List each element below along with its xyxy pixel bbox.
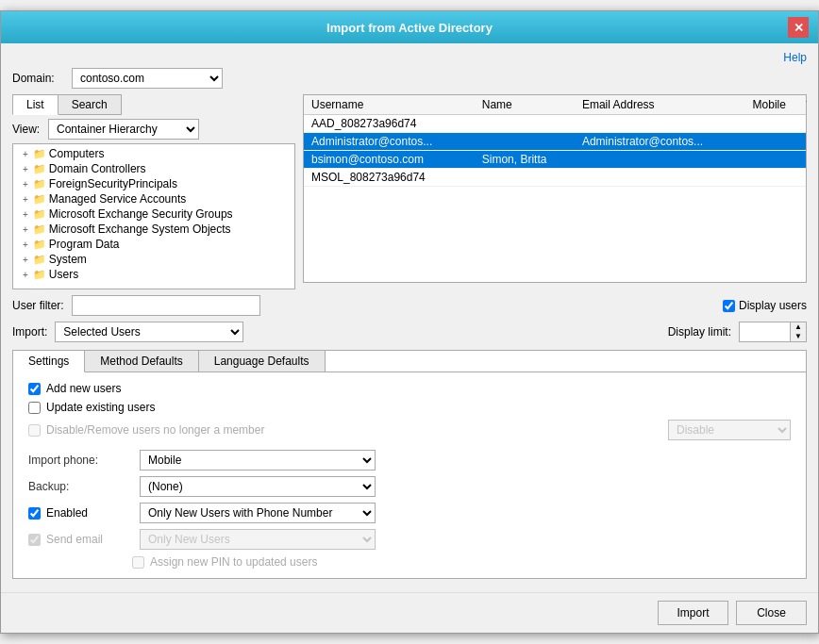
col-username: Username: [304, 95, 475, 115]
enabled-select[interactable]: Only New Users with Phone Number: [140, 503, 376, 523]
assign-pin-checkbox[interactable]: [132, 556, 144, 569]
cell-email: Administrator@contos...: [575, 133, 745, 151]
help-link[interactable]: Help: [12, 51, 807, 64]
backup-label: Backup:: [28, 480, 132, 493]
backup-select[interactable]: (None): [140, 476, 376, 497]
update-existing-label: Update existing users: [46, 401, 155, 414]
display-limit-input[interactable]: 1000: [739, 322, 791, 342]
filter-label: User filter:: [12, 299, 64, 312]
tab-settings[interactable]: Settings: [13, 351, 85, 372]
dialog-title: Import from Active Directory: [31, 21, 788, 35]
cell-username: AAD_808273a96d74: [304, 115, 475, 133]
domain-label: Domain:: [12, 72, 64, 85]
col-email: Email Address: [575, 95, 745, 115]
send-email-select: Only New Users: [140, 529, 376, 550]
dialog: Import from Active Directory ✕ Help Doma…: [0, 10, 819, 634]
expand-icon: +: [23, 194, 28, 205]
expand-icon: +: [23, 209, 28, 220]
user-table-container[interactable]: Username Name Email Address Mobile AAD_8…: [303, 94, 807, 283]
tree-item-system[interactable]: + 📁 System: [15, 252, 292, 267]
settings-tabs: Settings Method Defaults Language Defaul…: [13, 351, 806, 372]
update-existing-row: Update existing users: [28, 401, 791, 414]
cell-name: [475, 133, 575, 151]
display-users-row: Display users: [723, 299, 807, 312]
import-phone-label: Import phone:: [28, 454, 132, 467]
cell-name: [475, 115, 575, 133]
assign-pin-label: Assign new PIN to updated users: [150, 555, 317, 569]
tree-item-ms-exchange-security[interactable]: + 📁 Microsoft Exchange Security Groups: [15, 206, 292, 222]
tree-item-users[interactable]: + 📁 Users: [15, 267, 292, 282]
cell-email: [575, 115, 745, 133]
cell-username: MSOL_808273a96d74: [304, 169, 475, 187]
domain-row: Domain: contoso.com: [12, 68, 807, 89]
expand-icon: +: [23, 164, 28, 174]
close-dialog-button[interactable]: Close: [736, 601, 807, 625]
close-button[interactable]: ✕: [788, 17, 809, 38]
spinner-down-button[interactable]: ▼: [791, 332, 806, 341]
tree-item-program-data[interactable]: + 📁 Program Data: [15, 237, 292, 252]
import-phone-select[interactable]: Mobile: [140, 450, 376, 471]
tree-item-ms-exchange-system[interactable]: + 📁 Microsoft Exchange System Objects: [15, 222, 292, 237]
enabled-checkbox[interactable]: [28, 507, 41, 520]
disable-action-select: Disable: [668, 420, 791, 440]
col-mobile: Mobile: [745, 95, 806, 115]
cell-mobile: [745, 133, 806, 151]
col-name: Name: [475, 95, 575, 115]
cell-name: [475, 169, 575, 187]
cell-mobile: [745, 115, 806, 133]
tree-item-computers[interactable]: + 📁 Computers: [15, 146, 292, 161]
view-select[interactable]: Container Hierarchy: [48, 119, 199, 140]
tree-container[interactable]: + 📁 Computers + 📁 Domain Controllers + 📁…: [12, 143, 295, 289]
title-bar: Import from Active Directory ✕: [1, 11, 818, 43]
tab-list[interactable]: List: [12, 94, 58, 115]
add-new-users-label: Add new users: [46, 382, 121, 395]
table-row[interactable]: MSOL_808273a96d74: [304, 169, 806, 187]
import-button[interactable]: Import: [658, 601, 728, 625]
cell-email: [575, 169, 745, 187]
tree-item-managed-service[interactable]: + 📁 Managed Service Accounts: [15, 191, 292, 206]
list-search-tabs: List Search: [12, 94, 295, 115]
table-row[interactable]: Administrator@contos... Administrator@co…: [304, 133, 806, 151]
cell-mobile: [745, 169, 806, 187]
send-email-row: Send email Only New Users: [28, 529, 791, 550]
send-email-checkbox[interactable]: [28, 534, 41, 546]
expand-icon: +: [23, 270, 28, 280]
add-new-users-row: Add new users: [28, 382, 791, 395]
expand-icon: +: [23, 255, 28, 265]
filter-input[interactable]: [72, 295, 260, 316]
view-label: View:: [12, 123, 41, 136]
tab-language-defaults[interactable]: Language Defaults: [199, 351, 326, 372]
enabled-label: Enabled: [46, 506, 88, 520]
enabled-row: Enabled Only New Users with Phone Number: [28, 503, 791, 523]
domain-select[interactable]: contoso.com: [72, 68, 223, 89]
add-new-users-checkbox[interactable]: [28, 383, 41, 395]
send-email-label: Send email: [46, 533, 103, 546]
disable-remove-checkbox[interactable]: [28, 424, 41, 437]
view-row: View: Container Hierarchy: [12, 119, 295, 140]
table-row[interactable]: bsimon@contoso.com Simon, Britta: [304, 151, 806, 169]
spinner-up-button[interactable]: ▲: [791, 322, 806, 332]
settings-area: Settings Method Defaults Language Defaul…: [12, 350, 807, 579]
tree-item-domain-controllers[interactable]: + 📁 Domain Controllers: [15, 161, 292, 176]
cell-username: Administrator@contos...: [304, 133, 475, 151]
cell-name: Simon, Britta: [475, 151, 575, 169]
expand-icon: +: [23, 239, 28, 250]
settings-content: Add new users Update existing users Disa…: [13, 372, 806, 578]
disable-remove-label: Disable/Remove users no longer a member: [46, 423, 264, 437]
cell-mobile: [745, 151, 806, 169]
tab-search[interactable]: Search: [58, 94, 122, 115]
right-panel: 4 Username Name Email Address Mobile: [303, 94, 807, 289]
display-users-checkbox[interactable]: [723, 300, 735, 312]
expand-icon: +: [23, 179, 28, 190]
left-panel: List Search View: Container Hierarchy + …: [12, 94, 295, 289]
import-select[interactable]: Selected Users All Users Filtered Users: [55, 322, 243, 342]
import-phone-row: Import phone: Mobile: [28, 450, 791, 471]
display-limit-label: Display limit:: [668, 325, 731, 339]
dialog-footer: Import Close: [1, 592, 818, 633]
cell-username: bsimon@contoso.com: [304, 151, 475, 169]
expand-icon: +: [23, 149, 28, 159]
tab-method-defaults[interactable]: Method Defaults: [85, 351, 198, 372]
tree-item-foreign-security[interactable]: + 📁 ForeignSecurityPrincipals: [15, 176, 292, 191]
update-existing-checkbox[interactable]: [28, 402, 41, 414]
table-row[interactable]: AAD_808273a96d74: [304, 115, 806, 133]
